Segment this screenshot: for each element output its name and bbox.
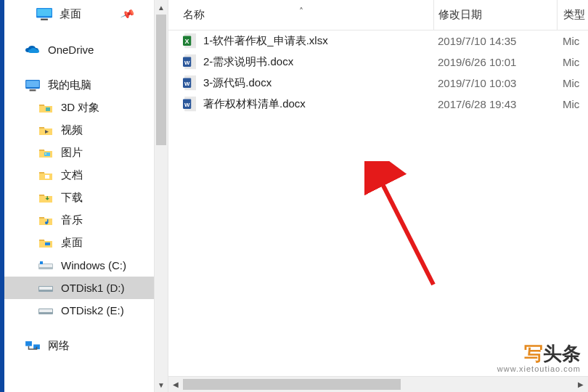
sidebar-scrollbar[interactable]: ▲ ▼ [154, 0, 168, 392]
excel-file-icon: X [183, 34, 196, 49]
nav-onedrive[interactable]: OneDrive [4, 38, 154, 61]
nav-label: OTDisk1 (D:) [61, 282, 125, 294]
file-name: 著作权材料清单.docx [203, 97, 306, 111]
nav-pictures[interactable]: 图片 [4, 142, 154, 164]
svg-rect-13 [39, 172, 44, 173]
nav-label: 文档 [61, 168, 83, 182]
column-header-type[interactable]: 类型 [557, 0, 588, 30]
header-label: 类型 [563, 8, 585, 22]
scroll-left-icon[interactable]: ◀ [168, 377, 183, 392]
file-type: Mic [557, 98, 588, 110]
nav-3d-objects[interactable]: 3D 对象 [4, 97, 154, 119]
header-label: 修改日期 [438, 8, 482, 22]
folder-icon [38, 192, 54, 205]
column-header-modified[interactable]: 修改日期 [433, 0, 557, 30]
nav-label: 视频 [61, 123, 83, 137]
svg-rect-14 [45, 175, 49, 179]
word-file-icon: W [183, 97, 196, 112]
file-name: 1-软件著作权_申请表.xlsx [203, 34, 328, 48]
quick-access-desktop[interactable]: 桌面 📌 [4, 3, 154, 25]
drive-icon [38, 282, 54, 295]
nav-drive-d[interactable]: OTDisk1 (D:) [4, 277, 154, 299]
nav-label: OTDisk2 (E:) [61, 304, 124, 317]
scroll-down-icon[interactable]: ▼ [155, 377, 168, 392]
nav-sidebar: 桌面 📌 OneDrive 我的电脑 3D 对象 视频 图片 [4, 0, 154, 392]
svg-point-12 [45, 153, 46, 155]
svg-rect-8 [39, 127, 44, 128]
file-row[interactable]: W 著作权材料清单.docx 2017/6/28 19:43 Mic [168, 94, 588, 115]
file-modified: 2017/6/28 19:43 [433, 98, 557, 110]
file-row[interactable]: W 3-源代码.docx 2019/7/10 10:03 Mic [168, 73, 588, 94]
svg-rect-10 [39, 150, 44, 151]
scroll-thumb[interactable] [183, 379, 401, 390]
network-icon [25, 340, 41, 353]
nav-this-pc[interactable]: 我的电脑 [4, 74, 154, 97]
scroll-up-icon[interactable]: ▲ [155, 0, 168, 15]
file-modified: 2019/7/10 10:03 [433, 77, 557, 89]
nav-documents[interactable]: 文档 [4, 164, 154, 187]
folder-icon [38, 102, 54, 115]
file-name: 3-源代码.docx [203, 76, 271, 90]
svg-rect-2 [41, 19, 48, 20]
file-rows: X 1-软件著作权_申请表.xlsx 2019/7/10 14:35 Mic W… [168, 30, 588, 376]
nav-drive-c[interactable]: Windows (C:) [4, 254, 154, 277]
scroll-right-icon[interactable]: ▶ [573, 377, 588, 392]
svg-rect-5 [30, 89, 36, 91]
nav-desktop[interactable]: 桌面 [4, 232, 154, 254]
svg-text:W: W [184, 102, 190, 108]
folder-icon [38, 147, 54, 160]
folder-icon [38, 169, 54, 182]
svg-rect-21 [45, 242, 50, 245]
svg-text:X: X [185, 38, 189, 45]
file-modified: 2019/7/10 14:35 [433, 35, 557, 47]
word-file-icon: W [183, 76, 196, 91]
file-row[interactable]: X 1-软件著作权_申请表.xlsx 2019/7/10 14:35 Mic [168, 30, 588, 52]
nav-label: 桌面 [60, 7, 81, 21]
nav-music[interactable]: 音乐 [4, 209, 154, 232]
nav-label: Windows (C:) [61, 259, 126, 271]
nav-label: OneDrive [48, 44, 94, 56]
word-file-icon: W [183, 55, 196, 70]
file-list-pane: 名称 ˄ 修改日期 类型 X 1-软件著作权_申请表.xlsx 2019/7/1… [168, 0, 588, 392]
nav-label: 音乐 [61, 213, 83, 227]
svg-text:W: W [184, 81, 190, 87]
svg-rect-20 [39, 240, 44, 241]
annotation-arrow-icon [364, 161, 452, 292]
file-type: Mic [557, 35, 588, 47]
header-label: 名称 [183, 8, 205, 20]
file-modified: 2019/6/26 10:01 [433, 56, 557, 68]
svg-rect-15 [39, 195, 44, 196]
nav-network[interactable]: 网络 [4, 335, 154, 357]
file-type: Mic [557, 56, 588, 68]
onedrive-icon [25, 44, 41, 57]
sort-ascending-icon: ˄ [299, 7, 303, 17]
svg-text:W: W [184, 60, 190, 66]
file-type: Mic [557, 77, 588, 89]
folder-icon [38, 214, 54, 227]
nav-label: 桌面 [61, 236, 83, 250]
scroll-track[interactable] [155, 15, 168, 377]
column-header-name[interactable]: 名称 ˄ [168, 8, 433, 22]
nav-label: 3D 对象 [61, 101, 99, 115]
nav-drive-e[interactable]: OTDisk2 (E:) [4, 299, 154, 322]
nav-videos[interactable]: 视频 [4, 119, 154, 142]
svg-rect-7 [46, 107, 50, 111]
file-name: 2-需求说明书.docx [203, 55, 293, 69]
content-h-scrollbar[interactable]: ◀ ▶ [168, 376, 588, 392]
svg-rect-6 [39, 105, 44, 106]
svg-rect-19 [47, 219, 49, 223]
scroll-thumb[interactable] [156, 15, 166, 145]
svg-line-44 [377, 174, 433, 285]
nav-label: 下载 [61, 191, 83, 205]
this-pc-icon [25, 79, 41, 92]
column-headers: 名称 ˄ 修改日期 类型 [168, 0, 588, 30]
nav-downloads[interactable]: 下载 [4, 187, 154, 209]
pin-icon: 📌 [120, 7, 135, 22]
file-row[interactable]: W 2-需求说明书.docx 2019/6/26 10:01 Mic [168, 52, 588, 73]
drive-icon [38, 259, 54, 272]
svg-rect-28 [39, 309, 52, 312]
nav-label: 图片 [61, 146, 83, 160]
folder-icon [38, 237, 54, 250]
scroll-track[interactable] [183, 377, 573, 392]
nav-label: 我的电脑 [48, 78, 91, 92]
